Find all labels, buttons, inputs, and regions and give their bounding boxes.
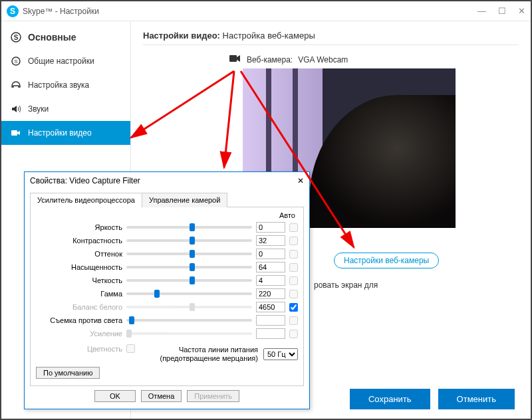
slider-row: Баланс белого	[36, 300, 298, 314]
sidebar-item-sounds[interactable]: Звуки	[1, 97, 130, 121]
skype-icon: S	[11, 32, 21, 43]
webcam-name[interactable]: VGA Webcam	[298, 55, 348, 64]
maximize-icon[interactable]: ☐	[498, 6, 506, 16]
headset-icon	[11, 80, 21, 90]
auto-checkbox	[289, 290, 298, 298]
dialog-title: Свойства: Video Capture Filter	[30, 176, 140, 185]
slider-label: Яркость	[36, 223, 122, 231]
dlg-cancel-button[interactable]: Отмена	[141, 390, 182, 402]
cancel-button[interactable]: Отменить	[438, 389, 515, 409]
titlebar: S Skype™ - Настройки — ☐ ✕	[1, 1, 531, 21]
slider-value[interactable]	[256, 328, 285, 339]
sidebar-item-label: Настройка звука	[28, 80, 89, 90]
slider-thumb	[126, 330, 132, 338]
save-button[interactable]: Сохранить	[350, 389, 430, 409]
sidebar-item-label: Общие настройки	[28, 56, 94, 66]
slider-row: Яркость	[36, 221, 298, 234]
truncated-text: ровать экран для	[314, 280, 378, 290]
sidebar-item-video[interactable]: Настройки видео	[1, 121, 130, 145]
auto-checkbox	[289, 276, 298, 285]
webcam-selector-row: Веб-камера: VGA Webcam	[229, 54, 519, 64]
svg-rect-5	[229, 55, 237, 62]
auto-checkbox[interactable]	[289, 303, 298, 312]
auto-checkbox	[289, 263, 298, 272]
sidebar-item-label: Настройки видео	[28, 128, 92, 138]
auto-checkbox	[289, 330, 298, 338]
tab-video-proc-amp[interactable]: Усилитель видеопроцессора	[30, 193, 142, 207]
slider-value[interactable]	[256, 249, 285, 259]
sidebar-item-audio[interactable]: Настройка звука	[1, 73, 130, 97]
auto-checkbox	[289, 237, 298, 245]
slider-thumb[interactable]	[190, 276, 195, 284]
camera-icon	[11, 128, 21, 138]
tab-camera-control[interactable]: Управление камерой	[142, 193, 227, 207]
auto-column-header: Авто	[36, 211, 298, 219]
powerline-freq-label: Частота линии питания(предотвращение мер…	[160, 346, 258, 363]
powerline-freq-select[interactable]: 50 Гц	[263, 348, 298, 360]
auto-checkbox	[289, 316, 298, 325]
slider-value[interactable]	[256, 235, 285, 246]
camera-icon	[229, 54, 241, 64]
defaults-button[interactable]: По умолчанию	[36, 367, 100, 379]
slider-value[interactable]	[256, 302, 285, 312]
slider-thumb[interactable]	[190, 223, 195, 231]
slider-thumb[interactable]	[190, 237, 195, 245]
sidebar-heading-label: Основные	[28, 32, 76, 43]
skype-icon: S	[11, 56, 21, 66]
slider-value[interactable]	[256, 275, 285, 286]
dialog-close-icon[interactable]: ✕	[297, 176, 304, 185]
slider-thumb[interactable]	[154, 290, 160, 298]
slider-track	[126, 306, 252, 308]
slider-row: Усиление	[36, 327, 298, 340]
slider-track[interactable]	[126, 266, 252, 268]
section-title: Настройки видео: Настройка веб-камеры	[143, 31, 519, 41]
slider-row: Гамма	[36, 287, 298, 300]
slider-value[interactable]	[256, 315, 285, 326]
slider-track[interactable]	[126, 319, 252, 322]
slider-thumb[interactable]	[190, 250, 195, 258]
sidebar-item-general[interactable]: S Общие настройки	[1, 49, 130, 73]
ok-button[interactable]: OK	[94, 390, 136, 402]
slider-row: Оттенок	[36, 247, 298, 261]
colorfulness-label: Цветность	[36, 345, 122, 353]
slider-row: Четкость	[36, 274, 298, 287]
slider-value[interactable]	[256, 288, 285, 299]
properties-dialog: Свойства: Video Capture Filter ✕ Усилите…	[24, 171, 310, 409]
slider-label: Гамма	[36, 290, 122, 298]
speaker-icon	[11, 104, 21, 114]
slider-row: Контрастность	[36, 234, 298, 247]
slider-label: Усиление	[36, 330, 122, 338]
slider-track	[126, 332, 252, 335]
svg-text:S: S	[14, 34, 19, 41]
slider-row: Насыщенность	[36, 261, 298, 274]
slider-track[interactable]	[126, 226, 252, 229]
slider-label: Контрастность	[36, 237, 122, 245]
minimize-icon[interactable]: —	[477, 6, 486, 16]
webcam-settings-button[interactable]: Настройки веб-камеры	[334, 253, 439, 268]
slider-value[interactable]	[256, 262, 285, 272]
slider-track[interactable]	[126, 292, 252, 295]
slider-track[interactable]	[126, 253, 252, 255]
slider-label: Съемка против света	[36, 316, 122, 324]
auto-checkbox	[289, 223, 298, 232]
apply-button[interactable]: Применить	[187, 390, 239, 402]
slider-thumb[interactable]	[129, 316, 134, 324]
slider-label: Насыщенность	[36, 263, 122, 271]
slider-row: Съемка против света	[36, 314, 298, 327]
svg-text:S: S	[14, 58, 17, 64]
sidebar-heading: S Основные	[1, 25, 130, 49]
slider-value[interactable]	[256, 222, 285, 233]
slider-label: Оттенок	[36, 250, 122, 258]
slider-thumb	[190, 303, 195, 311]
webcam-label: Веб-камера:	[247, 55, 293, 64]
colorfulness-checkbox	[126, 344, 135, 353]
close-icon[interactable]: ✕	[518, 6, 525, 16]
slider-track[interactable]	[126, 239, 252, 242]
auto-checkbox	[289, 250, 298, 259]
svg-rect-4	[11, 130, 17, 136]
slider-track[interactable]	[126, 279, 252, 282]
slider-thumb[interactable]	[190, 263, 195, 271]
window-title: Skype™ - Настройки	[23, 7, 99, 16]
divider	[143, 45, 519, 45]
sidebar-item-label: Звуки	[28, 104, 49, 114]
